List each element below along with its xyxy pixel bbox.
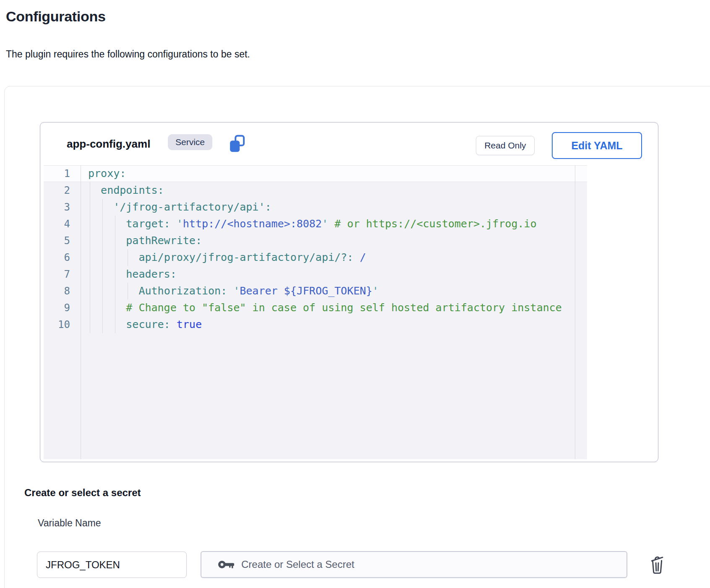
- code-line: 9 # Change to "false" in case of using s…: [44, 299, 587, 316]
- service-badge: Service: [168, 134, 212, 150]
- indent-guide: [102, 299, 103, 316]
- gutter-separator: [81, 165, 81, 459]
- indent-guide: [90, 249, 90, 266]
- code-line: 7 headers:: [44, 266, 587, 283]
- indent-guide: [90, 216, 90, 232]
- code-line-text: proxy:: [88, 165, 126, 182]
- code-line-text: '/jfrog-artifactory/api':: [88, 199, 271, 216]
- file-name: app-config.yaml: [67, 133, 150, 155]
- code-line: 3 '/jfrog-artifactory/api':: [44, 199, 587, 216]
- key-icon: [217, 557, 235, 572]
- code-line-text: endpoints:: [88, 182, 164, 199]
- secret-section-heading: Create or select a secret: [24, 487, 141, 499]
- read-only-button[interactable]: Read Only: [476, 136, 535, 155]
- line-number: 1: [44, 165, 70, 182]
- page-title: Configurations: [6, 8, 106, 25]
- code-line-text: # Change to "false" in case of using sel…: [88, 299, 562, 316]
- line-number: 7: [44, 266, 70, 283]
- indent-guide: [128, 283, 128, 299]
- indent-guide: [90, 182, 90, 199]
- indent-guide: [115, 316, 115, 333]
- yaml-config-card: app-config.yaml Service Read Only Edit Y…: [40, 122, 658, 462]
- code-line-text: pathRewrite:: [88, 232, 202, 249]
- code-editor-lines: 1proxy:2 endpoints:3 '/jfrog-artifactory…: [44, 165, 587, 333]
- indent-guide: [115, 216, 115, 232]
- indent-guide: [115, 249, 115, 266]
- indent-guide: [90, 199, 90, 216]
- secret-select[interactable]: Create or Select a Secret: [201, 551, 627, 578]
- variable-name-label: Variable Name: [38, 518, 101, 529]
- indent-guide: [115, 232, 115, 249]
- indent-guide: [115, 266, 115, 283]
- line-number: 9: [44, 299, 70, 316]
- indent-guide: [90, 266, 90, 283]
- line-number: 3: [44, 199, 70, 216]
- card-header: app-config.yaml Service Read Only Edit Y…: [40, 122, 658, 165]
- indent-guide: [102, 283, 103, 299]
- indent-guide: [102, 199, 103, 216]
- line-number: 10: [44, 316, 70, 333]
- copy-icon[interactable]: [229, 134, 245, 154]
- code-line: 1proxy:: [44, 165, 587, 182]
- indent-guide: [102, 316, 103, 333]
- code-line-text: api/proxy/jfrog-artifactory/api/?: /: [88, 249, 366, 266]
- secret-select-placeholder: Create or Select a Secret: [241, 559, 354, 570]
- indent-guide: [102, 232, 103, 249]
- editor-scrollbar[interactable]: [575, 165, 575, 459]
- indent-guide: [102, 249, 103, 266]
- variable-name-input[interactable]: [37, 552, 187, 578]
- code-line: 8 Authorization: 'Bearer ${JFROG_TOKEN}': [44, 283, 587, 299]
- line-number: 6: [44, 249, 70, 266]
- indent-guide: [115, 299, 115, 316]
- indent-guide: [102, 266, 103, 283]
- code-line-text: headers:: [88, 266, 177, 283]
- code-line-text: Authorization: 'Bearer ${JFROG_TOKEN}': [88, 283, 378, 299]
- indent-guide: [90, 299, 90, 316]
- indent-guide: [90, 232, 90, 249]
- configurations-page: Configurations The plugin requires the f…: [0, 0, 710, 588]
- indent-guide: [90, 283, 90, 299]
- indent-guide: [90, 316, 90, 333]
- code-line: 4 target: 'http://<hostname>:8082' # or …: [44, 216, 587, 232]
- page-subtitle: The plugin requires the following config…: [6, 49, 250, 60]
- edit-yaml-button[interactable]: Edit YAML: [552, 132, 642, 159]
- code-line: 10 secure: true: [44, 316, 587, 333]
- code-line-text: target: 'http://<hostname>:8082' # or ht…: [88, 216, 537, 232]
- code-line: 5 pathRewrite:: [44, 232, 587, 249]
- indent-guide: [128, 249, 128, 266]
- trash-icon[interactable]: [647, 553, 667, 576]
- line-number: 4: [44, 216, 70, 232]
- indent-guide: [115, 283, 115, 299]
- indent-guide: [102, 216, 103, 232]
- code-line-text: secure: true: [88, 316, 202, 333]
- line-number: 2: [44, 182, 70, 199]
- line-number: 5: [44, 232, 70, 249]
- copy-icon-glyph: [229, 134, 245, 154]
- code-line: 6 api/proxy/jfrog-artifactory/api/?: /: [44, 249, 587, 266]
- yaml-code-editor[interactable]: 1proxy:2 endpoints:3 '/jfrog-artifactory…: [44, 165, 587, 459]
- line-number: 8: [44, 283, 70, 299]
- configurations-panel: app-config.yaml Service Read Only Edit Y…: [4, 86, 710, 588]
- code-line: 2 endpoints:: [44, 182, 587, 199]
